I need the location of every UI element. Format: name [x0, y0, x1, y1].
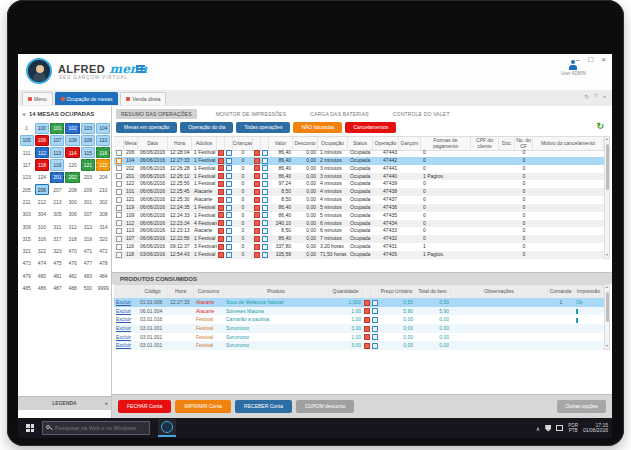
mesa-cell[interactable]: 488: [65, 282, 79, 293]
search-input[interactable]: [55, 425, 149, 431]
red-badge-icon[interactable]: [254, 236, 260, 242]
blue-badge-icon[interactable]: [262, 165, 268, 171]
blue-badge-icon[interactable]: [262, 173, 268, 179]
red-badge-icon[interactable]: [254, 228, 260, 234]
scroll-down-icon[interactable]: ▼: [605, 253, 609, 258]
product-row[interactable]: Excluir06.01.004AlacarteSorvetes Matona1…: [114, 307, 604, 316]
red-badge-icon[interactable]: [364, 317, 370, 323]
red-badge-icon[interactable]: [218, 189, 224, 195]
red-badge-icon[interactable]: [254, 244, 260, 250]
mesa-cell[interactable]: 302: [96, 196, 110, 207]
mesa-cell[interactable]: 205: [20, 184, 34, 195]
mesa-cell[interactable]: 321: [20, 245, 34, 256]
row-checkbox[interactable]: [116, 181, 122, 187]
red-badge-icon[interactable]: [218, 236, 224, 242]
mesa-cell[interactable]: 101: [50, 123, 64, 134]
red-badge-icon[interactable]: [218, 212, 224, 218]
mesa-cell[interactable]: 309: [20, 221, 34, 232]
row-checkbox[interactable]: [116, 173, 122, 179]
ops-row[interactable]: 11306/06/201612:23:13Alacarte08,500,006 …: [114, 227, 604, 235]
red-badge-icon[interactable]: [218, 244, 224, 250]
blue-badge-icon[interactable]: [226, 228, 232, 234]
row-checkbox[interactable]: [116, 228, 122, 234]
cupom-desconto-button[interactable]: CUPOM desconto: [296, 400, 354, 413]
mesa-cell[interactable]: 213: [50, 196, 64, 207]
mesa-cell[interactable]: 301: [81, 196, 95, 207]
product-row[interactable]: Excluir03.01.001FestivalSurumono1,000,00…: [114, 333, 604, 342]
red-badge-icon[interactable]: [364, 300, 370, 306]
tab-venda-direta[interactable]: Venda direta: [120, 92, 166, 105]
products-scrollbar[interactable]: ▲ ▼: [604, 284, 610, 350]
opera-o-do-dia-button[interactable]: Operação do dia: [180, 122, 233, 133]
mesa-cell[interactable]: 322: [35, 245, 49, 256]
product-row[interactable]: Excluir01.01.00612:27:33AlacarteSuco de …: [114, 298, 604, 307]
red-badge-icon[interactable]: [254, 173, 260, 179]
excluir-link[interactable]: Excluir: [114, 298, 138, 307]
ops-row[interactable]: 20106/06/201612:26:121 Festival086,400,0…: [114, 173, 604, 181]
mesa-cell[interactable]: 121: [81, 159, 95, 170]
operations-scrollbar[interactable]: ▲ ▼: [604, 136, 610, 259]
shield-icon[interactable]: [545, 425, 551, 432]
blue-badge-icon[interactable]: [226, 173, 232, 179]
red-badge-icon[interactable]: [254, 220, 260, 226]
mesa-cell[interactable]: 319: [81, 233, 95, 244]
blue-badge-icon[interactable]: [262, 236, 268, 242]
blue-badge-icon[interactable]: [226, 189, 232, 195]
mesa-cell[interactable]: 111: [20, 147, 34, 158]
blue-badge-icon[interactable]: [226, 181, 232, 187]
ops-row[interactable]: 10706/06/201612:22:561 Festival086,400,0…: [114, 235, 604, 243]
language-indicator[interactable]: POR PTB: [568, 423, 578, 433]
mesa-cell[interactable]: 208: [65, 184, 79, 195]
red-badge-icon[interactable]: [218, 165, 224, 171]
scroll-up-icon[interactable]: ▲: [605, 285, 609, 290]
blue-badge-icon[interactable]: [262, 212, 268, 218]
tab-menu[interactable]: Menu: [22, 92, 53, 105]
ops-row[interactable]: 11906/06/201612:24:351 Festival086,400,0…: [114, 204, 604, 212]
red-badge-icon[interactable]: [364, 334, 370, 340]
mesa-cell[interactable]: 471: [81, 245, 95, 256]
excluir-link[interactable]: Excluir: [114, 341, 138, 350]
red-badge-icon[interactable]: [218, 220, 224, 226]
red-badge-icon[interactable]: [254, 165, 260, 171]
start-button[interactable]: [26, 424, 34, 432]
row-checkbox[interactable]: [116, 165, 122, 171]
mesa-cell[interactable]: 481: [50, 270, 64, 281]
mesa-cell[interactable]: 207: [50, 184, 64, 195]
hamburger-menu-icon[interactable]: [136, 65, 145, 74]
mesa-cell[interactable]: 116: [96, 147, 110, 158]
blue-badge-icon[interactable]: [262, 181, 268, 187]
excluir-link[interactable]: Excluir: [114, 315, 138, 324]
mesa-cell[interactable]: 472: [96, 245, 110, 256]
excluir-link[interactable]: Excluir: [114, 307, 138, 316]
mesa-cell[interactable]: 118: [35, 159, 49, 170]
ops-row[interactable]: 11206/06/201612:23:344 Festivais0240,100…: [114, 220, 604, 228]
red-badge-icon[interactable]: [218, 181, 224, 187]
red-badge-icon[interactable]: [254, 252, 260, 258]
blue-badge-icon[interactable]: [372, 343, 378, 349]
mesa-cell[interactable]: 203: [81, 172, 95, 183]
scroll-up-icon[interactable]: ▲: [605, 137, 609, 142]
ops-row[interactable]: 10106/06/201612:25:45Alacarte08,500,004 …: [114, 188, 604, 196]
product-row[interactable]: Excluir03.01.016FestivalCamarão a paulis…: [114, 315, 604, 324]
blue-badge-icon[interactable]: [262, 244, 268, 250]
excluir-link[interactable]: Excluir: [114, 324, 138, 333]
blue-badge-icon[interactable]: [226, 244, 232, 250]
blue-badge-icon[interactable]: [226, 212, 232, 218]
todas-opera-es-button[interactable]: Todas operações: [236, 122, 290, 133]
row-checkbox[interactable]: [116, 252, 122, 258]
mesa-cell[interactable]: 114: [65, 147, 79, 158]
mesa-cell[interactable]: 201: [50, 172, 64, 183]
blue-badge-icon[interactable]: [262, 228, 268, 234]
mesa-cell[interactable]: 306: [65, 209, 79, 220]
mesa-cell[interactable]: 212: [35, 196, 49, 207]
receber-conta-button[interactable]: RECEBER Conta: [235, 400, 292, 413]
blue-badge-icon[interactable]: [372, 300, 378, 306]
tab-ocupa-o-de-mesas[interactable]: Ocupação de mesas: [55, 92, 119, 105]
blue-badge-icon[interactable]: [226, 150, 232, 156]
blue-badge-icon[interactable]: [262, 158, 268, 164]
product-row[interactable]: Excluir03.01.001FestivalSurumono3,000,00…: [114, 341, 604, 350]
mesa-cell[interactable]: 119: [50, 159, 64, 170]
fechar-conta-button[interactable]: FECHAR Conta: [118, 400, 171, 413]
blue-badge-icon[interactable]: [226, 165, 232, 171]
mesa-cell[interactable]: 307: [81, 209, 95, 220]
